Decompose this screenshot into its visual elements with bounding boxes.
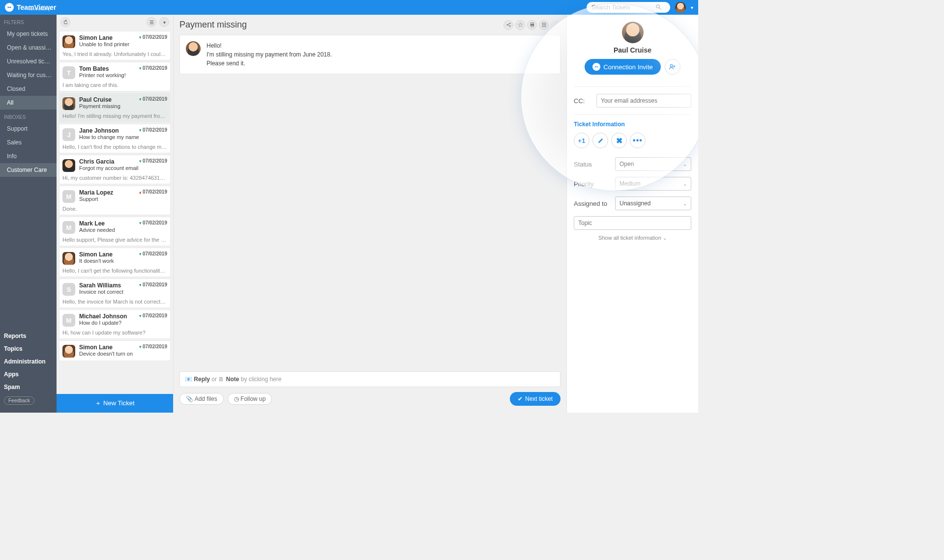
- next-ticket-label: Next ticket: [525, 395, 553, 402]
- sidebar-filter-item[interactable]: Waiting for custo…: [0, 68, 57, 82]
- search-input[interactable]: [591, 4, 655, 11]
- reply-label: Reply: [194, 376, 210, 383]
- cc-input[interactable]: [596, 94, 691, 108]
- user-menu-chevron-icon[interactable]: ▾: [691, 5, 693, 10]
- show-all-link[interactable]: Show all ticket information ⌄: [574, 230, 691, 246]
- status-row: Status Open⌄: [574, 154, 691, 174]
- star-button[interactable]: [515, 20, 525, 30]
- note-label: Note: [226, 376, 239, 383]
- print-button[interactable]: [527, 20, 537, 30]
- sidebar-bottom-item[interactable]: Apps: [0, 368, 57, 381]
- sidebar-inbox-item[interactable]: Support: [0, 122, 57, 136]
- add-files-label: Add files: [195, 395, 217, 402]
- check-icon: ✔: [518, 395, 523, 402]
- ticket-card[interactable]: Chris Garcia▾07/02/2019Forgot my account…: [59, 155, 171, 184]
- sidebar-bottom-item[interactable]: Spam: [0, 381, 57, 393]
- priority-select[interactable]: Medium⌄: [615, 177, 691, 191]
- svg-rect-12: [531, 26, 533, 27]
- ticket-preview: Hi, how can I update my software?: [62, 330, 167, 336]
- status-select[interactable]: Open⌄: [615, 157, 691, 171]
- priority-row: Priority Medium⌄: [574, 174, 691, 194]
- export-button[interactable]: [539, 20, 549, 30]
- ticket-sender: Michael Johnson: [79, 313, 127, 320]
- ticket-sender: Simon Lane: [79, 34, 113, 41]
- ticket-card[interactable]: Simon Lane▾07/02/2019It doesn't workHell…: [59, 248, 171, 277]
- add-files-button[interactable]: 📎 Add files: [179, 393, 224, 405]
- feedback-button[interactable]: Feedback: [4, 396, 34, 405]
- ticket-card[interactable]: MMark Lee▾07/02/2019Advice neededHello s…: [59, 217, 171, 246]
- ticket-card[interactable]: JJane Johnson▾07/02/2019How to change my…: [59, 124, 171, 153]
- ticket-card[interactable]: MMaria Lopez▴07/02/2019SupportDone.: [59, 186, 171, 215]
- delete-button[interactable]: ✖: [611, 133, 627, 148]
- edit-button[interactable]: [592, 133, 608, 148]
- assigned-select[interactable]: Unassigned⌄: [615, 196, 691, 210]
- ticket-sender: Sarah Williams: [79, 282, 121, 289]
- sort-button[interactable]: ▾: [159, 17, 169, 27]
- ticket-date: 07/02/2019: [143, 344, 167, 349]
- list-view-button[interactable]: [147, 17, 156, 27]
- ticket-card[interactable]: TTom Bates▾07/02/2019Printer not working…: [59, 62, 171, 91]
- more-actions-button[interactable]: •••: [630, 133, 646, 148]
- ticket-card[interactable]: Simon Lane▾07/02/2019Device doesn't turn…: [59, 340, 171, 361]
- ticket-sender: Jane Johnson: [79, 127, 119, 134]
- refresh-button[interactable]: [60, 17, 70, 27]
- ticket-list-toolbar: ▾: [57, 15, 173, 29]
- plus-one-button[interactable]: +1: [574, 133, 590, 148]
- message-line: Please send it.: [206, 59, 332, 68]
- ticket-card[interactable]: MMichael Johnson▾07/02/2019How do I upda…: [59, 309, 171, 339]
- assigned-value: Unassigned: [620, 200, 650, 207]
- next-ticket-button[interactable]: ✔Next ticket: [510, 392, 560, 406]
- note-icon: 🗎: [218, 376, 226, 383]
- svg-line-1: [659, 8, 661, 9]
- sidebar-bottom-item[interactable]: Reports: [0, 330, 57, 342]
- ticket-avatar: T: [62, 66, 75, 79]
- ticket-sender: Simon Lane: [79, 251, 113, 258]
- cc-label: CC:: [574, 97, 591, 105]
- ticket-card[interactable]: Paul Cruise▾07/02/2019Payment missingHel…: [59, 93, 171, 122]
- follow-up-button[interactable]: ◷ Follow up: [228, 393, 272, 405]
- ticket-avatar: J: [62, 128, 75, 141]
- ticket-subject: Forgot my account email: [79, 165, 167, 171]
- ticket-date: 07/02/2019: [143, 34, 167, 40]
- ticket-preview: Hello, I can't get the following functio…: [62, 268, 167, 274]
- ticket-subject: Payment missing: [79, 103, 167, 109]
- sidebar-filter-item[interactable]: Open & unassigned: [0, 41, 57, 55]
- sidebar-inbox-item[interactable]: Customer Care: [0, 163, 57, 177]
- more-button[interactable]: ⋮: [551, 20, 560, 30]
- topic-input[interactable]: [574, 216, 691, 230]
- sidebar-bottom-item[interactable]: Topics: [0, 342, 57, 355]
- sidebar-filter-item[interactable]: All: [0, 96, 57, 110]
- ticket-preview: Hello, I can't find the options to chang…: [62, 144, 167, 150]
- top-header: TeamViewer servicecamp ▾: [0, 0, 698, 15]
- ticket-preview: Hello! I'm stilling missing my payment f…: [62, 113, 167, 119]
- reply-box[interactable]: 📧 Reply or 🗎 Note by clicking here: [179, 371, 560, 387]
- new-ticket-button[interactable]: ＋ New Ticket: [57, 394, 173, 413]
- connection-invite-button[interactable]: Connection Invite: [585, 59, 660, 75]
- sidebar-inbox-item[interactable]: Sales: [0, 136, 57, 149]
- plus-icon: ＋: [95, 399, 103, 407]
- ticket-footer: 📧 Reply or 🗎 Note by clicking here 📎 Add…: [174, 366, 566, 413]
- sidebar-inbox-item[interactable]: Info: [0, 149, 57, 163]
- sidebar-filter-item[interactable]: Unresolved tickets: [0, 55, 57, 68]
- ticket-list: Simon Lane▾07/02/2019Unable to find prin…: [57, 29, 173, 394]
- ticket-sender: Tom Bates: [79, 65, 109, 72]
- sidebar-filter-item[interactable]: Closed: [0, 82, 57, 96]
- ticket-card[interactable]: Simon Lane▾07/02/2019Unable to find prin…: [59, 31, 171, 60]
- ticket-date: 07/02/2019: [143, 189, 167, 195]
- ticket-body: Hello! I'm stilling missing my payment f…: [174, 35, 566, 366]
- ticket-date: 07/02/2019: [143, 220, 167, 225]
- user-avatar[interactable]: [675, 2, 686, 13]
- inboxes-heading: INBOXES: [0, 110, 57, 122]
- reply-mail-icon: 📧: [185, 376, 194, 383]
- share-button[interactable]: [503, 20, 513, 30]
- arrow-down-icon: ▾: [139, 35, 142, 40]
- sidebar-filter-item[interactable]: My open tickets: [0, 27, 57, 41]
- add-person-button[interactable]: [665, 59, 680, 75]
- status-value: Open: [620, 161, 634, 168]
- sidebar-bottom-item[interactable]: Administration: [0, 355, 57, 368]
- ticket-detail: Payment missing ⋮: [174, 15, 566, 413]
- search-box[interactable]: [587, 2, 670, 13]
- ticket-header: Payment missing ⋮: [174, 15, 566, 35]
- connection-invite-label: Connection Invite: [603, 63, 652, 71]
- ticket-card[interactable]: SSarah Williams▾07/02/2019Invoice not co…: [59, 279, 171, 308]
